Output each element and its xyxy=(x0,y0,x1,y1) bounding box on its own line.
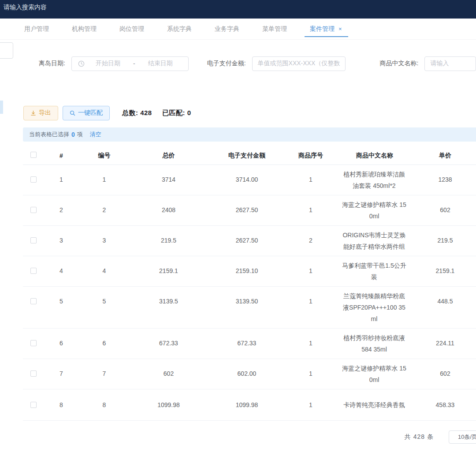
row-checkbox-cell[interactable] xyxy=(23,195,44,225)
table-row: 2 2 2408 2627.50 1 海蓝之谜修护精萃水 150ml 602 xyxy=(23,195,476,225)
row-checkbox[interactable] xyxy=(30,340,37,346)
tab-label: 业务字典 xyxy=(215,25,239,33)
cell-code: 2 xyxy=(78,195,130,225)
row-checkbox[interactable] xyxy=(30,298,37,304)
nav-tab[interactable]: 岗位管理 xyxy=(119,19,144,39)
date-filter-label: 离岛日期: xyxy=(39,60,65,67)
export-button[interactable]: 导出 xyxy=(23,106,58,120)
cell-product-name: ORIGINS韦博士灵芝焕能好底子精华水两件组 xyxy=(335,225,414,256)
cell-total: 3714 xyxy=(130,165,207,195)
nav-tab[interactable]: 机构管理 xyxy=(72,19,97,39)
row-checkbox-cell[interactable] xyxy=(23,389,44,420)
end-date-input[interactable]: 结束日期 xyxy=(137,60,184,67)
cell-seq: 1 xyxy=(286,359,335,389)
filter-row: 离岛日期: 开始日期 - 结束日期 电子支付金额: 单值或范围XXX-XXX（仅… xyxy=(0,56,476,71)
cell-product-name: 植村秀羽纱持妆粉底液 584 35ml xyxy=(335,328,414,359)
cell-seq: 1 xyxy=(286,389,335,420)
cell-code: 8 xyxy=(78,389,130,420)
tab-label: 岗位管理 xyxy=(119,25,144,33)
nav-tab[interactable]: 菜单管理 xyxy=(262,19,287,39)
cell-epay: 2627.50 xyxy=(207,195,286,225)
cell-epay: 3139.50 xyxy=(207,286,286,328)
row-checkbox[interactable] xyxy=(30,370,37,377)
tab-label: 菜单管理 xyxy=(262,25,287,33)
cell-epay: 602.00 xyxy=(207,359,286,389)
cell-index: 5 xyxy=(44,286,78,328)
nav-tab[interactable]: 业务字典 xyxy=(215,19,239,39)
cell-index: 1 xyxy=(44,165,78,195)
col-header-unit: 单价 xyxy=(414,147,476,165)
row-checkbox-cell[interactable] xyxy=(23,328,44,359)
cell-index: 6 xyxy=(44,328,78,359)
global-search-input[interactable]: 请输入搜索内容 xyxy=(4,4,47,11)
cell-seq: 2 xyxy=(286,225,335,256)
table-row: 5 5 3139.5 3139.50 1 兰蔻菁纯臻颜精华粉底液SPF20PA+… xyxy=(23,286,476,328)
row-checkbox-cell[interactable] xyxy=(23,165,44,195)
cell-product-name: 植村秀新琥珀臻萃洁颜油套装 450ml*2 xyxy=(335,165,414,195)
product-filter-label: 商品中文名称: xyxy=(380,60,419,67)
table-row: 7 7 602 602.00 1 海蓝之谜修护精萃水 150ml 602 xyxy=(23,359,476,389)
cell-unit-price: 602 xyxy=(414,195,476,225)
row-checkbox[interactable] xyxy=(30,268,37,274)
row-checkbox-cell[interactable] xyxy=(23,256,44,286)
case-table: # 编号 总价 电子支付金额 商品序号 商品中文名称 单价 1 1 3714 3… xyxy=(23,147,476,421)
one-key-match-button[interactable]: 一键匹配 xyxy=(63,106,110,120)
cell-code: 4 xyxy=(78,256,130,286)
top-navbar: 请输入搜索内容 xyxy=(0,0,476,19)
date-range-picker[interactable]: 开始日期 - 结束日期 xyxy=(71,56,189,71)
amount-input[interactable]: 单值或范围XXX-XXX（仅整数 xyxy=(252,56,346,71)
cell-product-name: 海蓝之谜修护精萃水 150ml xyxy=(335,359,414,389)
page-size-select[interactable]: 10条/页 xyxy=(449,430,476,444)
cell-product-name: 海蓝之谜修护精萃水 150ml xyxy=(335,195,414,225)
nav-tab[interactable]: 系统字典 xyxy=(167,19,192,39)
product-name-input[interactable]: 请输入 xyxy=(424,56,476,71)
cell-unit-price: 602 xyxy=(414,359,476,389)
cell-unit-price: 1238 xyxy=(414,165,476,195)
cell-seq: 1 xyxy=(286,256,335,286)
cell-code: 3 xyxy=(78,225,130,256)
table-row: 6 6 672.33 672.33 1 植村秀羽纱持妆粉底液 584 35ml … xyxy=(23,328,476,359)
matched-value: 0 xyxy=(187,109,191,116)
nav-tab[interactable]: 用户管理 xyxy=(24,19,49,39)
cell-index: 8 xyxy=(44,389,78,420)
select-all-checkbox[interactable] xyxy=(30,152,37,158)
cell-total: 672.33 xyxy=(130,328,207,359)
cell-epay: 672.33 xyxy=(207,328,286,359)
cell-product-name: 马爹利蓝带干邑1.5公升装 xyxy=(335,256,414,286)
cell-unit-price: 224.11 xyxy=(414,328,476,359)
cell-total: 1099.98 xyxy=(130,389,207,420)
cell-code: 7 xyxy=(78,359,130,389)
selection-count: 0 xyxy=(69,131,77,138)
row-checkbox-cell[interactable] xyxy=(23,359,44,389)
row-checkbox[interactable] xyxy=(30,237,37,243)
row-checkbox-cell[interactable] xyxy=(23,286,44,328)
tab-label: 系统字典 xyxy=(167,25,192,33)
date-separator: - xyxy=(131,60,137,67)
col-header-seq: 商品序号 xyxy=(286,147,335,165)
row-checkbox-cell[interactable] xyxy=(23,225,44,256)
row-checkbox[interactable] xyxy=(30,402,37,408)
col-header-total: 总价 xyxy=(130,147,207,165)
total-value: 428 xyxy=(140,109,152,116)
cell-total: 3139.5 xyxy=(130,286,207,328)
row-checkbox[interactable] xyxy=(30,207,37,213)
select-all-checkbox-cell[interactable] xyxy=(23,147,44,165)
cell-unit-price: 2159.1 xyxy=(414,256,476,286)
export-button-label: 导出 xyxy=(39,109,51,117)
search-icon xyxy=(70,110,75,116)
clear-selection-link[interactable]: 清空 xyxy=(90,131,101,138)
cell-unit-price: 448.5 xyxy=(414,286,476,328)
clock-icon xyxy=(78,60,85,67)
table-header-row: # 编号 总价 电子支付金额 商品序号 商品中文名称 单价 xyxy=(23,147,476,165)
cell-code: 5 xyxy=(78,286,130,328)
col-header-epay: 电子支付金额 xyxy=(207,147,286,165)
start-date-input[interactable]: 开始日期 xyxy=(85,60,131,67)
tab-label: 案件管理 xyxy=(310,25,335,33)
cell-seq: 1 xyxy=(286,165,335,195)
tab-close-icon[interactable]: × xyxy=(338,26,342,32)
nav-tab[interactable]: 案件管理 × xyxy=(310,19,342,39)
cell-code: 6 xyxy=(78,328,130,359)
cropped-panel-fragment xyxy=(0,42,13,59)
total-label: 总数: xyxy=(122,109,138,116)
row-checkbox[interactable] xyxy=(30,176,37,183)
